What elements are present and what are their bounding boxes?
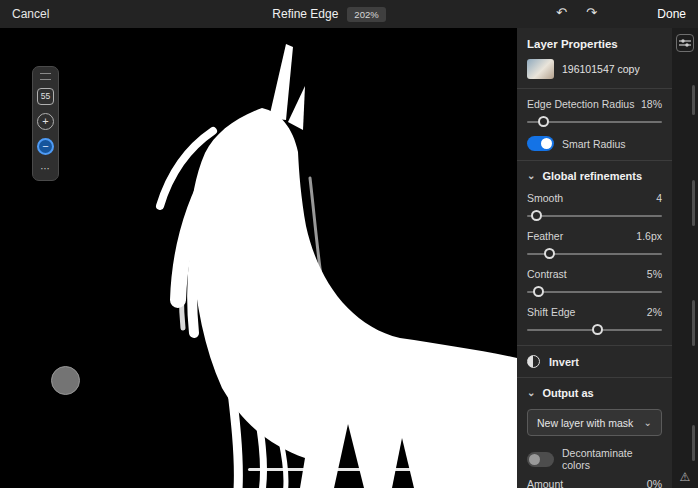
slider-knob[interactable] — [538, 116, 549, 127]
slider-track — [527, 291, 662, 293]
contrast-label: Contrast — [527, 268, 567, 280]
amount-value: 0% — [647, 478, 662, 488]
properties-panel-toggle-button[interactable] — [676, 34, 694, 52]
smooth-label: Smooth — [527, 192, 563, 204]
decontaminate-label: Decontaminate colors — [562, 447, 662, 471]
page-title: Refine Edge — [272, 7, 338, 21]
panel-scrollbar-segment[interactable] — [692, 180, 695, 226]
slider-knob[interactable] — [531, 210, 542, 221]
contrast-value: 5% — [647, 268, 662, 280]
decontaminate-row: Decontaminate colors — [527, 447, 662, 471]
smart-radius-row: Smart Radius — [527, 136, 662, 151]
drag-handle-icon[interactable] — [40, 73, 51, 80]
canvas-horizontal-scrollbar[interactable] — [248, 468, 438, 471]
smooth-value: 4 — [656, 192, 662, 204]
divider — [517, 377, 672, 378]
top-bar: Cancel Refine Edge 202% ↶ ↷ Done — [0, 0, 698, 28]
slider-track — [527, 215, 662, 217]
edge-detection-row: Edge Detection Radius 18% — [527, 98, 662, 110]
global-refinements-header[interactable]: ⌄ Global refinements — [527, 170, 662, 182]
subtract-from-selection-button[interactable]: − — [37, 138, 54, 155]
smart-radius-toggle[interactable] — [527, 136, 554, 151]
slider-knob[interactable] — [592, 324, 603, 335]
shift-edge-value: 2% — [647, 306, 662, 318]
amount-row: Amount 0% — [527, 478, 662, 488]
feather-value: 1.6px — [636, 230, 662, 242]
warning-icon[interactable]: ⚠ — [672, 470, 698, 484]
amount-label: Amount — [527, 478, 563, 488]
decontaminate-toggle[interactable] — [527, 452, 554, 467]
divider — [517, 88, 672, 89]
output-dropdown[interactable]: New layer with mask ⌄ — [527, 409, 662, 436]
edge-detection-value: 18% — [641, 98, 662, 110]
layer-properties-panel: Layer Properties 196101547 copy Edge Det… — [517, 28, 672, 488]
add-to-selection-button[interactable]: + — [37, 113, 54, 130]
layer-row[interactable]: 196101547 copy — [527, 59, 662, 79]
invert-label: Invert — [549, 356, 579, 368]
contrast-slider[interactable] — [527, 285, 662, 298]
invert-icon — [527, 355, 540, 368]
panel-scrollbar-segment[interactable] — [692, 425, 695, 461]
panel-scrollbar-segment[interactable] — [692, 300, 695, 346]
toggle-knob — [541, 138, 552, 149]
zoom-level-badge[interactable]: 202% — [347, 7, 385, 22]
more-options-button[interactable]: ⋯ — [40, 163, 51, 175]
chevron-down-icon: ⌄ — [644, 418, 652, 428]
brush-cursor — [51, 366, 80, 395]
feather-label: Feather — [527, 230, 563, 242]
output-as-header[interactable]: ⌄ Output as — [527, 387, 662, 399]
shift-edge-row: Shift Edge 2% — [527, 306, 662, 318]
divider — [517, 345, 672, 346]
sliders-icon — [679, 37, 691, 49]
brush-size-button[interactable]: 55 — [37, 88, 54, 105]
edge-detection-slider[interactable] — [527, 115, 662, 128]
contrast-row: Contrast 5% — [527, 268, 662, 280]
smooth-row: Smooth 4 — [527, 192, 662, 204]
slider-knob[interactable] — [533, 286, 544, 297]
refine-tool-strip: 55 + − ⋯ — [32, 66, 59, 181]
smart-radius-label: Smart Radius — [562, 138, 626, 150]
invert-button[interactable]: Invert — [527, 355, 662, 368]
global-refinements-title: Global refinements — [542, 170, 642, 182]
mask-preview-image — [0, 28, 517, 488]
smooth-slider[interactable] — [527, 209, 662, 222]
layer-thumbnail[interactable] — [527, 59, 554, 79]
done-button[interactable]: Done — [657, 7, 686, 21]
feather-row: Feather 1.6px — [527, 230, 662, 242]
output-dropdown-value: New layer with mask — [537, 417, 633, 429]
mask-canvas[interactable]: 55 + − ⋯ — [0, 28, 517, 488]
toggle-knob — [529, 454, 540, 465]
shift-edge-slider[interactable] — [527, 323, 662, 336]
right-edge-strip: ⚠ — [672, 28, 698, 488]
panel-title: Layer Properties — [527, 38, 662, 50]
feather-slider[interactable] — [527, 247, 662, 260]
undo-icon[interactable]: ↶ — [556, 5, 567, 20]
output-as-title: Output as — [542, 387, 593, 399]
chevron-down-icon: ⌄ — [527, 171, 535, 181]
divider — [517, 160, 672, 161]
chevron-down-icon: ⌄ — [527, 388, 535, 398]
redo-icon[interactable]: ↷ — [586, 5, 597, 20]
panel-scrollbar-segment[interactable] — [692, 85, 695, 115]
shift-edge-label: Shift Edge — [527, 306, 575, 318]
slider-knob[interactable] — [544, 248, 555, 259]
edge-detection-label: Edge Detection Radius — [527, 98, 634, 110]
layer-name: 196101547 copy — [562, 63, 640, 75]
